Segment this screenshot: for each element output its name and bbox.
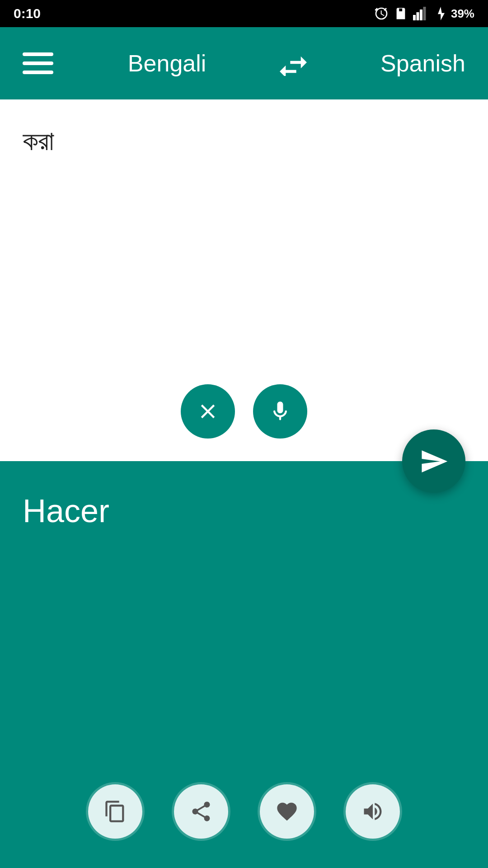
app-bar: Bengali Spanish — [0, 27, 488, 99]
volume-icon — [361, 800, 385, 823]
input-text-area[interactable]: করা — [0, 99, 488, 371]
share-button[interactable] — [172, 782, 230, 841]
microphone-icon — [268, 400, 292, 423]
translate-button[interactable] — [402, 429, 465, 493]
microphone-button[interactable] — [253, 384, 307, 439]
swap-languages-button[interactable] — [275, 49, 311, 78]
close-icon — [196, 400, 220, 423]
signal-icon — [413, 7, 429, 20]
heart-icon — [275, 800, 299, 823]
battery-level: 39% — [451, 7, 474, 21]
svg-rect-0 — [413, 15, 416, 20]
send-icon — [419, 447, 449, 476]
charging-icon — [435, 7, 446, 20]
menu-line-2 — [23, 61, 53, 65]
input-panel: করা — [0, 99, 488, 461]
favorite-button[interactable] — [258, 782, 316, 841]
output-text-area: Hacer — [0, 461, 488, 769]
status-bar: 0:10 39% — [0, 0, 488, 27]
svg-rect-1 — [416, 12, 419, 20]
status-icons: 39% — [374, 6, 474, 21]
output-text: Hacer — [23, 493, 109, 529]
alarm-icon — [374, 6, 389, 21]
output-actions-bar — [0, 769, 488, 868]
clear-button[interactable] — [181, 384, 235, 439]
menu-button[interactable] — [23, 52, 59, 74]
copy-icon — [103, 800, 127, 823]
output-panel: Hacer — [0, 461, 488, 868]
share-icon — [189, 800, 213, 823]
speak-button[interactable] — [343, 782, 402, 841]
swap-icon — [275, 49, 311, 76]
svg-rect-2 — [420, 9, 422, 20]
menu-line-1 — [23, 52, 53, 56]
target-language-button[interactable]: Spanish — [380, 50, 465, 77]
source-language-button[interactable]: Bengali — [128, 50, 206, 77]
status-time: 0:10 — [14, 6, 41, 21]
menu-line-3 — [23, 71, 53, 74]
input-text: করা — [23, 126, 54, 156]
sim-icon — [394, 7, 408, 20]
svg-rect-3 — [423, 7, 426, 20]
copy-button[interactable] — [86, 782, 145, 841]
